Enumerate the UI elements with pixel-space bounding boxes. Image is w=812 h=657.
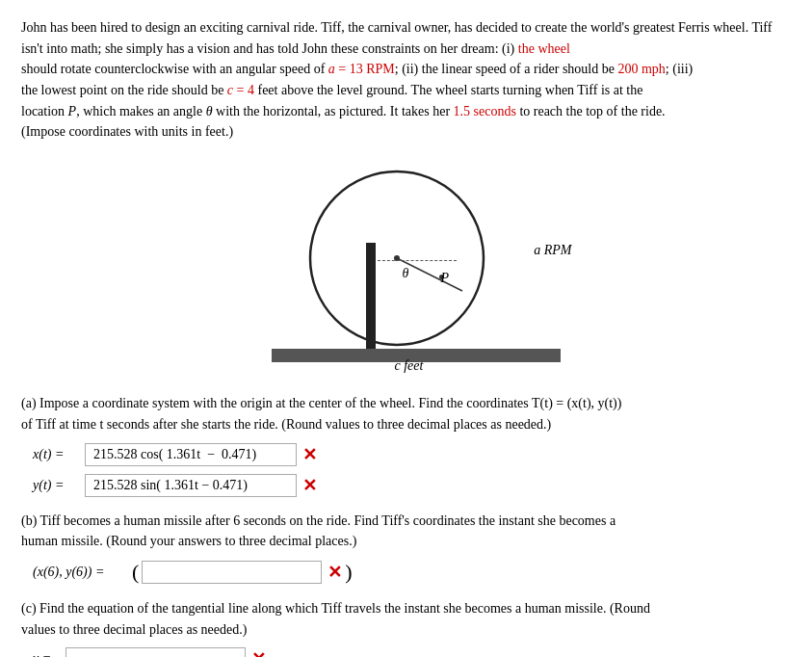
wheel-circle [301, 162, 512, 355]
part-c-text1: (c) Find the equation of the tangential … [21, 601, 650, 616]
highlight-time: 1.5 seconds [454, 104, 516, 118]
part-c-answer-row: y = ✕ [33, 647, 791, 657]
x-label: x(t) = [33, 447, 85, 462]
open-paren: ( [132, 560, 139, 585]
part-a-description: (a) Impose a coordinate system with the … [21, 393, 791, 434]
highlight-wheel: the wheel [518, 41, 570, 56]
part-c-description: (c) Find the equation of the tangential … [21, 598, 791, 640]
intro-text-3: ; (ii) the linear speed of a rider shoul… [395, 62, 618, 76]
close-paren: ) [345, 560, 352, 585]
intro-text-8: to reach the top of the ride. [516, 104, 666, 118]
y-input[interactable] [85, 474, 297, 497]
highlight-c: c = 4 [227, 83, 254, 97]
c-input[interactable] [65, 647, 246, 657]
part-c-label: y = [33, 651, 65, 657]
b-input[interactable] [142, 561, 322, 584]
part-b-answer-row: (x(6), y(6)) = ( ✕ ) [33, 560, 791, 585]
x-input[interactable] [85, 443, 297, 466]
c-feet-label: c feet [395, 358, 424, 374]
y-label: y(t) = [33, 478, 85, 493]
part-b-text1: (b) Tiff becomes a human missile after 6… [21, 513, 616, 528]
part-b-label: (x(6), y(6)) = [33, 565, 129, 580]
y-answer-row: y(t) = ✕ [33, 474, 791, 497]
intro-text-5: the lowest point on the ride should be [21, 83, 227, 97]
x-answer-row: x(t) = ✕ [33, 443, 791, 466]
dashed-line [378, 260, 457, 261]
x-wrong-mark-1: ✕ [302, 444, 317, 465]
intro-text-6: feet above the level ground. The wheel s… [254, 83, 642, 97]
rpm-label: a RPM [534, 243, 571, 258]
part-a-text1: (a) Impose a coordinate system with the … [21, 396, 621, 410]
diagram-container: θ P a RPM c feet [252, 158, 561, 380]
highlight-rpm: a = 13 RPM [328, 62, 395, 76]
x-wrong-mark-4: ✕ [251, 648, 266, 657]
intro-text-7: location P, which makes an angle θ with … [21, 104, 454, 118]
p-label: P [441, 271, 450, 286]
diagram-area: θ P a RPM c feet [21, 158, 791, 380]
part-a-text2: of Tiff at time t seconds after she star… [21, 417, 551, 432]
intro-paragraph: John has been hired to design an excitin… [21, 17, 791, 143]
part-c-text2: values to three decimal places as needed… [21, 622, 247, 637]
part-b-text2: human missile. (Round your answers to th… [21, 534, 356, 548]
theta-label: θ [403, 266, 409, 281]
intro-text-9: (Impose coordinates with units in feet.) [21, 124, 233, 139]
x-wrong-mark-3: ✕ [327, 562, 342, 583]
x-wrong-mark-2: ✕ [302, 475, 317, 496]
pole [366, 243, 376, 349]
highlight-speed: 200 mph [617, 62, 665, 76]
part-b-description: (b) Tiff becomes a human missile after 6… [21, 511, 791, 552]
intro-text-1: John has been hired to design an excitin… [21, 20, 772, 56]
intro-text-2: should rotate counterclockwise with an a… [21, 62, 328, 76]
intro-text-4: ; (iii) [666, 62, 693, 76]
